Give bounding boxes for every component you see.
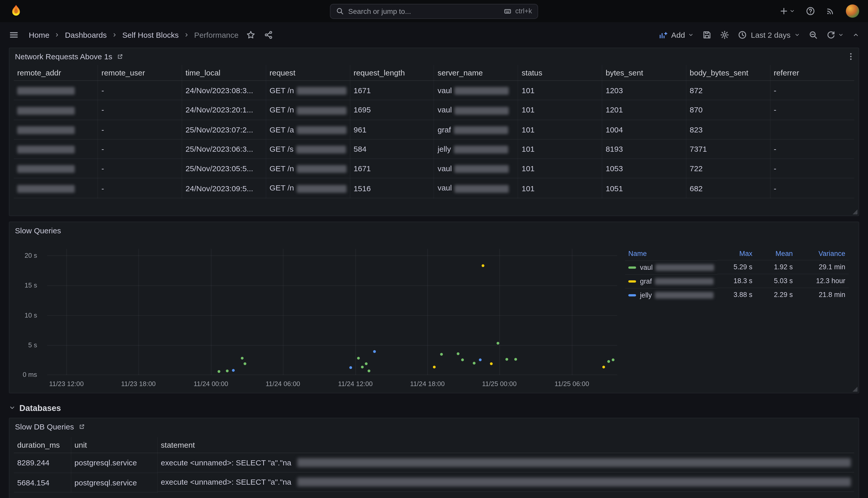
redacted-value [297, 477, 851, 486]
news-button[interactable] [826, 7, 835, 16]
redacted-value [297, 126, 347, 134]
column-header-request[interactable]: request [266, 65, 350, 81]
panel-slow-db-queries: Slow DB Queries duration_msunitstatement… [9, 418, 859, 498]
add-panel-button[interactable]: Add [659, 30, 694, 40]
time-range-label: Last 2 days [751, 30, 790, 40]
legend-row: graf18.3 s5.03 s12.3 hour [625, 274, 849, 288]
zoom-out-time-button[interactable] [809, 30, 818, 40]
collapse-toolbar-button[interactable] [853, 31, 859, 38]
cell-referrer: - [770, 81, 854, 100]
legend-header-mean[interactable]: Mean [756, 248, 796, 260]
column-header-remote_user[interactable]: remote_user [98, 65, 182, 81]
breadcrumb-self-host-blocks[interactable]: Self Host Blocks [122, 30, 179, 40]
column-header-duration_ms[interactable]: duration_ms [14, 437, 71, 453]
chevron-down-icon [795, 32, 800, 38]
legend-header-variance[interactable]: Variance [796, 248, 849, 260]
table-row: 8289.244postgresql.serviceexecute <unnam… [14, 453, 854, 473]
cell-duration-ms: 8289.244 [14, 453, 71, 473]
legend-header-name[interactable]: Name [625, 248, 717, 260]
cell-unit: postgresql.service [71, 453, 157, 473]
help-button[interactable] [806, 7, 815, 16]
external-link-icon[interactable] [79, 423, 85, 430]
legend-header-max[interactable]: Max [717, 248, 756, 260]
new-menu-button[interactable] [779, 7, 795, 16]
cell-text: GET /n [270, 164, 294, 173]
column-header-remote_addr[interactable]: remote_addr [14, 65, 98, 81]
dashboard-row-databases[interactable]: Databases [9, 399, 859, 417]
favorite-button[interactable] [246, 30, 255, 40]
external-link-icon[interactable] [117, 53, 123, 60]
panel-title[interactable]: Slow DB Queries [15, 422, 74, 431]
scatter-point [217, 370, 220, 373]
x-axis-label: 11/24 12:00 [338, 380, 373, 388]
redacted-value [17, 87, 74, 95]
column-header-unit[interactable]: unit [71, 437, 157, 453]
refresh-interval-button[interactable] [838, 32, 844, 38]
column-header-time_local[interactable]: time_local [182, 65, 266, 81]
cell-time-local: 24/Nov/2023:08:3... [182, 81, 266, 100]
scatter-point [490, 363, 493, 365]
panel-resize-handle[interactable] [853, 386, 857, 392]
legend-max: 3.88 s [717, 288, 756, 302]
cell-text: GET /s [270, 145, 294, 154]
table-row: -25/Nov/2023:07:2...GET /a961graf1011004… [14, 120, 854, 139]
column-header-server_name[interactable]: server_name [434, 65, 518, 81]
cell-referrer [770, 120, 854, 139]
chevron-right-icon [112, 32, 118, 38]
mega-menu-toggle[interactable] [9, 30, 19, 40]
column-header-status[interactable]: status [518, 65, 602, 81]
cell-duration-ms: 5684.154 [14, 473, 71, 492]
redacted-value [655, 264, 714, 271]
cell-request: GET /n [266, 179, 350, 198]
redacted-value [455, 107, 509, 115]
panel-resize-handle[interactable] [853, 209, 857, 214]
cell-body-bytes-sent: 872 [686, 81, 770, 100]
grafana-logo-icon[interactable] [9, 4, 23, 18]
x-axis-label: 11/24 06:00 [266, 380, 300, 388]
redacted-value [297, 87, 347, 95]
share-button[interactable] [264, 30, 273, 40]
scatter-point [602, 366, 605, 369]
breadcrumb-home[interactable]: Home [29, 30, 50, 40]
legend-series-name[interactable]: jelly [625, 288, 717, 302]
redacted-value [297, 458, 851, 467]
time-range-picker[interactable]: Last 2 days [738, 30, 800, 40]
legend-series-name[interactable]: graf [625, 274, 717, 288]
cell-remote-user: - [98, 100, 182, 120]
user-avatar[interactable] [846, 4, 859, 18]
keyboard-shortcut: ctrl+k [503, 7, 532, 15]
kebab-menu-icon [846, 52, 855, 61]
save-dashboard-button[interactable] [703, 30, 712, 40]
redacted-value [455, 165, 509, 173]
gridline [211, 249, 211, 375]
breadcrumb-dashboards[interactable]: Dashboards [65, 30, 107, 40]
gridline [47, 255, 617, 256]
chevron-right-icon [184, 32, 189, 38]
cell-status: 101 [518, 100, 602, 120]
scatter-point [373, 350, 376, 353]
chart-legend: NameMaxMeanVariance vaul5.29 s1.92 s29.1… [625, 248, 849, 302]
scatter-point [457, 352, 460, 355]
column-header-body_bytes_sent[interactable]: body_bytes_sent [686, 65, 770, 81]
series-color-marker [628, 294, 636, 296]
legend-series-name[interactable]: vaul [625, 260, 717, 274]
column-header-bytes_sent[interactable]: bytes_sent [602, 65, 686, 81]
column-header-statement[interactable]: statement [157, 437, 854, 453]
cell-time-local: 24/Nov/2023:20:1... [182, 100, 266, 120]
panel-title[interactable]: Slow Queries [15, 226, 61, 235]
refresh-button[interactable] [826, 30, 836, 40]
column-header-referrer[interactable]: referrer [770, 65, 854, 81]
legend-max: 18.3 s [717, 274, 756, 288]
column-header-request_length[interactable]: request_length [350, 65, 434, 81]
cell-text: jelly [640, 291, 652, 299]
cell-referrer: - [770, 100, 854, 120]
panel-menu-button[interactable] [846, 52, 855, 61]
redacted-value [17, 126, 74, 134]
cell-request: GET /n [266, 100, 350, 120]
zoom-out-icon [809, 30, 818, 40]
cell-remote-user: - [98, 159, 182, 179]
table-row: -25/Nov/2023:06:3...GET /s584jelly101819… [14, 140, 854, 159]
panel-title[interactable]: Network Requests Above 1s [15, 52, 112, 61]
dashboard-settings-button[interactable] [720, 30, 730, 40]
search-input[interactable]: Search or jump to... ctrl+k [330, 4, 538, 18]
